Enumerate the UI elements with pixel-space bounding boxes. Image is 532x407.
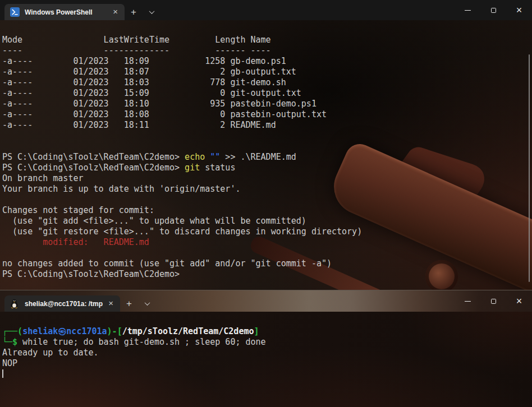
terminal-line — [2, 141, 524, 152]
minimize-button[interactable] — [455, 0, 480, 20]
close-icon: × — [516, 7, 522, 13]
terminal-line: modified: README.md — [2, 237, 524, 248]
terminal-line: -a---- 01/2023 18:10 935 pastebin-demo.p… — [2, 99, 524, 109]
terminal-line: no changes added to commit (use "git add… — [2, 258, 524, 269]
close-button[interactable]: × — [506, 0, 532, 20]
window1-tab-bar: Windows PowerShell × + × — [0, 0, 532, 20]
powershell-icon — [10, 7, 20, 17]
terminal-line: -a---- 01/2023 18:07 2 gb-output.txt — [2, 67, 524, 77]
tab-close-icon[interactable]: × — [105, 299, 117, 309]
maximize-icon — [491, 299, 496, 304]
linux-terminal-window: sheliak@ncc1701a: /tmp/sTool × + × ┌──(s… — [0, 290, 532, 407]
chevron-down-icon — [144, 300, 150, 306]
terminal-line: NOP — [2, 358, 524, 369]
tab-title: Windows PowerShell — [25, 8, 107, 16]
minimize-icon — [465, 10, 471, 11]
minimize-button[interactable] — [455, 290, 480, 312]
terminal-line: └─$ while true; do bash git-demo.sh ; sl… — [2, 337, 524, 348]
terminal-line — [2, 195, 524, 205]
chevron-down-icon — [149, 8, 154, 14]
terminal-line: Mode LastWriteTime Length Name — [2, 35, 524, 45]
terminal-line — [2, 369, 524, 380]
tab-dropdown-button[interactable] — [138, 295, 156, 312]
terminal-line — [2, 24, 524, 35]
linux-terminal-pane[interactable]: ┌──(sheliak㉿ncc1701a)-[/tmp/sToolz/RedTe… — [0, 312, 532, 407]
terminal-line: -a---- 01/2023 15:09 0 git-output.txt — [2, 88, 524, 99]
window2-tab-bar: sheliak@ncc1701a: /tmp/sTool × + × — [0, 290, 532, 312]
tab-wsl-session[interactable]: sheliak@ncc1701a: /tmp/sTool × — [4, 295, 120, 312]
minimize-icon — [465, 301, 471, 302]
tab-title: sheliak@ncc1701a: /tmp/sTool — [25, 300, 103, 308]
text-cursor — [2, 369, 3, 378]
terminal-line: -a---- 01/2023 18:11 2 README.md — [2, 120, 524, 131]
terminal-line: Changes not staged for commit: — [2, 205, 524, 216]
terminal-line — [2, 316, 524, 326]
scrollbar-thumb[interactable] — [529, 54, 530, 282]
maximize-button[interactable] — [480, 290, 506, 312]
terminal-line: ---- ------------- ------ ---- — [2, 45, 524, 56]
terminal-line: On branch master — [2, 173, 524, 184]
terminal-output: ┌──(sheliak㉿ncc1701a)-[/tmp/sToolz/RedTe… — [0, 312, 524, 380]
terminal-line: (use "git add <file>..." to update what … — [2, 216, 524, 226]
tab-windows-powershell[interactable]: Windows PowerShell × — [4, 4, 125, 20]
terminal-line: PS C:\Coding\sToolz\RedTeam\C2demo> — [2, 269, 524, 280]
terminal-line: -a---- 01/2023 18:08 0 pastebin-output.t… — [2, 109, 524, 120]
powershell-terminal-window: Windows PowerShell × + × Mode LastWriteT… — [0, 0, 532, 290]
terminal-line: PS C:\Coding\sToolz\RedTeam\C2demo> echo… — [2, 152, 524, 163]
terminal-line: Your branch is up to date with 'origin/m… — [2, 184, 524, 195]
tab-close-icon[interactable]: × — [109, 7, 121, 17]
terminal-line: -a---- 01/2023 18:03 778 git-demo.sh — [2, 77, 524, 88]
terminal-line: ┌──(sheliak㉿ncc1701a)-[/tmp/sToolz/RedTe… — [2, 326, 524, 337]
maximize-icon — [491, 8, 496, 13]
close-button[interactable]: × — [506, 290, 532, 312]
terminal-line: -a---- 01/2023 18:09 1258 gb-demo.ps1 — [2, 56, 524, 67]
window2-caption-controls: × — [455, 290, 532, 312]
maximize-button[interactable] — [480, 0, 506, 20]
powershell-terminal-pane[interactable]: Mode LastWriteTime Length Name---- -----… — [0, 20, 532, 290]
window1-caption-controls: × — [455, 0, 532, 20]
close-icon: × — [516, 298, 522, 304]
terminal-line: Already up to date. — [2, 348, 524, 358]
terminal-line — [2, 131, 524, 141]
tux-penguin-icon — [10, 299, 20, 308]
terminal-line: (use "git restore <file>..." to discard … — [2, 226, 524, 237]
terminal-line — [2, 248, 524, 258]
terminal-line: PS C:\Coding\sToolz\RedTeam\C2demo> git … — [2, 163, 524, 173]
terminal-output: Mode LastWriteTime Length Name---- -----… — [0, 20, 524, 280]
new-tab-button[interactable]: + — [120, 295, 138, 312]
tab-dropdown-button[interactable] — [143, 4, 160, 20]
new-tab-button[interactable]: + — [125, 4, 143, 20]
